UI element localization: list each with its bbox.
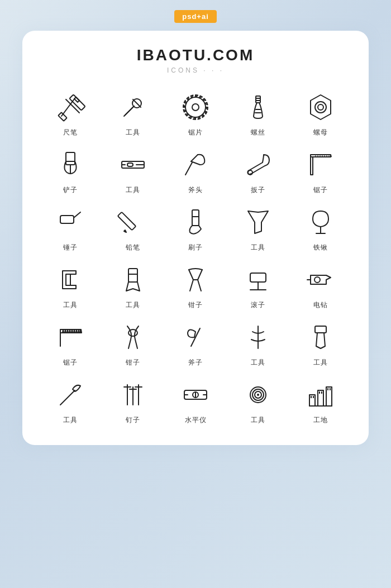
icon-gong-ju1	[116, 90, 150, 125]
svg-point-92	[257, 394, 259, 396]
icon-label-chui-zi: 锤子	[63, 243, 78, 252]
icon-label-qian-zi2: 钳子	[126, 358, 140, 367]
svg-rect-52	[118, 212, 136, 231]
icon-label-gong-ju2: 工具	[126, 185, 140, 195]
svg-rect-54	[192, 210, 199, 226]
card-header: IBAOTU.COM ICONS · · ·	[39, 46, 352, 74]
icon-label-luo-si: 螺丝	[251, 128, 265, 137]
svg-rect-60	[128, 269, 137, 282]
icon-label-chi-bi: 尺笔	[63, 128, 78, 137]
svg-marker-73	[71, 329, 73, 333]
svg-rect-94	[318, 390, 323, 406]
icon-chi-bi	[53, 90, 88, 125]
icon-label-luo-mu: 螺母	[313, 128, 328, 137]
svg-rect-102	[330, 388, 331, 390]
icon-ju-zi2	[53, 320, 88, 355]
icon-cell-gong-ju9: 工具	[227, 372, 289, 429]
svg-marker-24	[203, 98, 206, 100]
icon-cell-gong-ju6: 工具	[227, 314, 289, 372]
svg-marker-19	[184, 101, 187, 103]
icon-cell-luo-si: 螺丝	[227, 84, 289, 142]
icon-cell-ding-zi: 钉子	[102, 372, 164, 429]
svg-rect-93	[309, 395, 315, 406]
icon-gong-ju5	[116, 262, 150, 297]
icon-label-ban-zi: 扳子	[251, 185, 265, 195]
icon-cell-tie-qiao: 铁锹	[289, 199, 352, 257]
icon-cell-ju-pian: 锯片	[164, 84, 227, 142]
icon-label-qian-zi1: 钳子	[188, 300, 203, 310]
icon-label-ju-zi: 锯子	[313, 185, 328, 195]
icon-chui-zi	[53, 205, 88, 240]
icon-cell-shua-zi: 刷子	[164, 199, 227, 257]
svg-marker-75	[76, 329, 77, 333]
icon-ju-pian	[178, 90, 213, 125]
svg-rect-101	[327, 388, 328, 390]
icon-label-tie-qiao: 铁锹	[313, 243, 328, 252]
icon-gong-ju7	[303, 320, 338, 355]
svg-marker-11	[205, 111, 207, 114]
svg-marker-15	[189, 117, 192, 119]
icon-label-gong-ju7: 工具	[313, 358, 328, 367]
icon-label-gun-zi: 滚子	[251, 300, 265, 310]
icon-label-ju-zi2: 锯子	[63, 358, 78, 367]
svg-marker-70	[65, 329, 66, 333]
icon-ding-zi	[116, 377, 150, 412]
svg-marker-56	[248, 211, 268, 233]
svg-marker-72	[69, 329, 70, 333]
icon-fu-tou1	[178, 147, 213, 182]
icon-label-ju-pian: 锯片	[188, 128, 203, 137]
icon-shua-zi	[178, 205, 213, 240]
icon-cell-gong-ju4: 工具	[39, 257, 102, 314]
icon-gong-ju4	[53, 262, 88, 297]
icons-grid: 尺笔工具锯片螺丝螺母铲子工具斧头扳子锯子锤子铅笔刷子工具铁锹工具工具钳子滚子电钻…	[39, 84, 352, 429]
svg-marker-74	[74, 329, 75, 333]
icon-luo-mu	[303, 90, 338, 125]
icon-gong-ju6	[241, 320, 275, 355]
icon-label-fu-tou1: 斧头	[188, 185, 203, 195]
icon-cell-ju-zi2: 锯子	[39, 314, 102, 372]
icon-cell-chan-zi: 铲子	[39, 142, 102, 199]
icon-luo-si	[241, 90, 275, 125]
icon-label-ding-zi: 钉子	[126, 415, 140, 425]
icon-label-gong-di: 工地	[313, 415, 328, 425]
svg-marker-16	[185, 114, 188, 116]
icon-cell-gong-ju8: 工具	[39, 372, 102, 429]
svg-marker-71	[67, 329, 68, 333]
svg-rect-97	[311, 396, 312, 398]
icon-cell-chui-zi: 锤子	[39, 199, 102, 257]
svg-marker-12	[202, 114, 204, 117]
svg-point-9	[192, 104, 199, 111]
icon-cell-gong-ju7: 工具	[289, 314, 352, 372]
icon-cell-luo-mu: 螺母	[289, 84, 352, 142]
svg-rect-98	[313, 396, 314, 398]
icon-cell-qian-zi2: 钳子	[102, 314, 164, 372]
svg-point-30	[315, 102, 326, 113]
svg-line-51	[74, 212, 80, 218]
svg-marker-20	[187, 97, 188, 100]
svg-point-31	[318, 104, 323, 110]
svg-marker-29	[311, 95, 331, 119]
icon-label-gong-ju3: 工具	[251, 243, 265, 252]
card-subtitle: ICONS · · ·	[39, 66, 352, 74]
icon-qian-bi	[116, 205, 150, 240]
icon-label-gong-ju5: 工具	[126, 300, 140, 310]
svg-rect-26	[256, 96, 260, 103]
page-wrapper: psd+ai IBAOTU.COM ICONS · · · 尺笔工具锯片螺丝螺母…	[0, 0, 391, 588]
svg-rect-32	[66, 152, 75, 165]
icon-gong-ju2	[116, 147, 150, 182]
card: IBAOTU.COM ICONS · · · 尺笔工具锯片螺丝螺母铲子工具斧头扳…	[22, 31, 369, 445]
icon-label-shua-zi: 刷子	[188, 243, 203, 252]
svg-marker-76	[78, 329, 79, 333]
svg-rect-63	[250, 273, 266, 282]
icon-cell-shui-ping-yi: 水平仪	[164, 372, 227, 429]
icon-shui-ping-yi	[178, 377, 213, 412]
icon-gun-zi	[241, 262, 275, 297]
svg-rect-49	[60, 216, 74, 223]
icon-fu-tou2	[178, 320, 213, 355]
icon-cell-qian-zi1: 钳子	[164, 257, 227, 314]
icon-cell-qian-bi: 铅笔	[102, 199, 164, 257]
icon-ban-zi	[241, 147, 275, 182]
svg-marker-23	[199, 96, 202, 98]
icon-cell-gong-ju2: 工具	[102, 142, 164, 199]
icon-cell-gong-ju1: 工具	[102, 84, 164, 142]
